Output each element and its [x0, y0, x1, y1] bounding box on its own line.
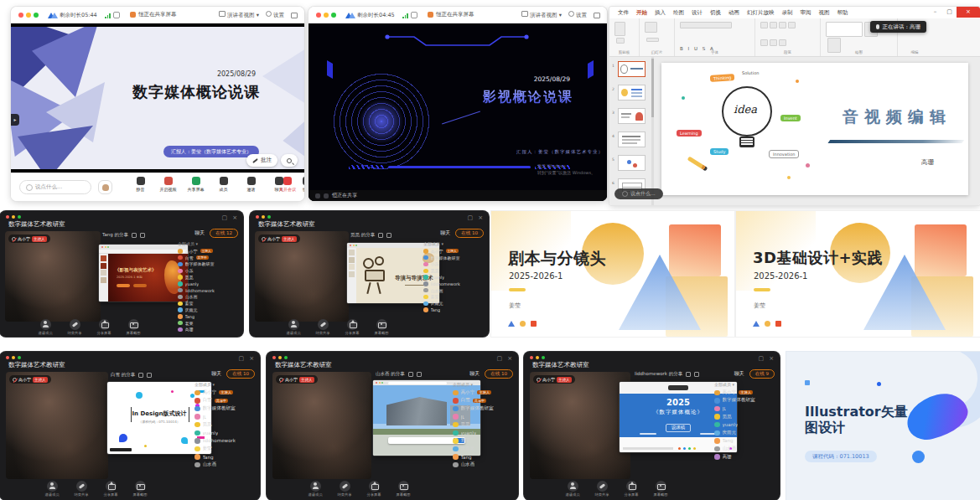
share-screen-button[interactable]: 分享屏幕 — [342, 319, 362, 336]
members-header[interactable]: 全部成员 ▾ — [189, 379, 260, 389]
member-row[interactable]: 姜莹 — [418, 294, 489, 301]
download-icon[interactable] — [132, 233, 137, 238]
member-row[interactable]: Tang — [418, 307, 489, 313]
online-count-button[interactable]: 在线 9 — [749, 369, 775, 379]
member-row[interactable]: 山水画 — [173, 294, 243, 301]
member-row[interactable]: liddhomework — [173, 287, 243, 294]
member-row[interactable]: yuanly — [189, 429, 260, 437]
ribbon-group-font[interactable]: B I U S A 字体 — [675, 18, 755, 56]
screenshot-button[interactable]: 屏幕截图 — [130, 481, 150, 497]
member-row[interactable]: 山水画 — [189, 461, 260, 469]
fullscreen-icon[interactable] — [147, 373, 152, 378]
members-header[interactable]: 全部成员 ▾ — [448, 379, 518, 389]
share-screen-button[interactable]: 分享屏幕 — [94, 319, 114, 336]
traffic-lights[interactable] — [256, 215, 271, 219]
screenshot-button[interactable]: 屏幕截图 — [393, 481, 413, 497]
member-row[interactable]: 姜莹 — [448, 437, 518, 446]
maximize-button[interactable]: ▢ — [942, 7, 957, 18]
download-icon[interactable] — [138, 373, 143, 378]
traffic-lights[interactable] — [272, 356, 288, 359]
toolbar-button[interactable]: 静音 — [128, 177, 153, 192]
view-mode-button[interactable]: 演讲者视图 ▾ — [219, 11, 259, 19]
annotate-button[interactable]: 批注 — [246, 154, 277, 167]
fullscreen-icon[interactable] — [694, 372, 699, 377]
member-row[interactable]: 觅觅 — [173, 274, 243, 281]
member-row[interactable]: 白雪 共享中 — [173, 255, 243, 261]
screenshot-button[interactable]: 屏幕截图 — [651, 481, 671, 497]
download-icon[interactable] — [408, 372, 413, 377]
end-share-button[interactable]: 结束共享 — [592, 481, 612, 497]
chat-button[interactable]: 聊天 — [469, 370, 480, 378]
member-row[interactable]: 数字媒体教研室 — [418, 255, 489, 261]
share-screen-button[interactable]: 分享屏幕 — [101, 481, 121, 497]
end-share-button[interactable]: 结束共享 — [334, 481, 355, 497]
screenshot-button[interactable]: 屏幕截图 — [371, 319, 391, 336]
member-row[interactable]: 数字媒体教研室 — [173, 261, 243, 268]
fullscreen-icon[interactable] — [594, 13, 600, 18]
download-icon[interactable] — [378, 233, 383, 238]
toolbar-button[interactable]: 邀请 — [239, 177, 263, 192]
member-row[interactable]: yuanly — [418, 274, 489, 281]
online-count-button[interactable]: 在线 10 — [455, 229, 484, 238]
member-row[interactable]: 老菜 — [173, 320, 243, 327]
invite-button[interactable]: 邀请成员 — [35, 319, 55, 336]
fullscreen-icon[interactable] — [417, 372, 422, 377]
members-header[interactable]: 全部成员 ▾ — [418, 238, 489, 248]
tab-insert[interactable]: 插入 — [655, 9, 666, 17]
member-row[interactable]: JL — [189, 413, 260, 421]
member-row[interactable]: 小乐 — [173, 267, 243, 274]
member-row[interactable]: 高小宁 主持人 — [173, 248, 243, 255]
popout-icon[interactable] — [411, 12, 417, 18]
chat-overlay[interactable]: 说点什么... — [614, 188, 663, 199]
toolbar-button[interactable]: 共享屏幕 — [184, 177, 208, 192]
member-row[interactable]: 高珊 — [709, 453, 780, 461]
end-share-button[interactable]: 结束共享 — [71, 481, 91, 497]
settings-button[interactable]: 设置 — [568, 11, 587, 19]
chat-button[interactable]: 聊天 — [440, 229, 450, 237]
member-row[interactable]: yuanly — [709, 420, 780, 429]
member-row[interactable]: 数字媒体教研室 — [189, 405, 260, 413]
member-row[interactable]: 高珊 — [173, 327, 243, 333]
tab-transitions[interactable]: 切换 — [710, 9, 721, 17]
window-controls[interactable]: ▢× — [222, 214, 238, 221]
online-count-button[interactable]: 在线 10 — [485, 369, 513, 379]
sharing-tab[interactable]: 恒正在共享屏幕 — [130, 11, 177, 18]
slide-thumbnail-1[interactable] — [618, 61, 646, 77]
member-row[interactable]: 庆雨元 — [448, 445, 518, 453]
leave-meeting-button[interactable]: 离开会议 — [279, 177, 296, 192]
download-icon[interactable] — [686, 372, 691, 377]
traffic-lights[interactable] — [18, 13, 39, 18]
member-row[interactable]: 觅觅 — [418, 267, 489, 274]
video-tile[interactable]: 高小宁主持人 — [272, 372, 371, 479]
traffic-lights[interactable] — [6, 215, 21, 219]
invite-button[interactable]: 邀请成员 — [305, 481, 325, 497]
member-row[interactable]: JL — [709, 405, 780, 413]
chat-input[interactable]: 说点什么... — [19, 180, 91, 194]
mic-icon[interactable] — [315, 193, 320, 198]
member-row[interactable]: JL — [448, 413, 518, 421]
member-row[interactable]: 高小宁 主持人 — [418, 248, 489, 255]
slide-thumbnail-4[interactable] — [618, 131, 646, 147]
slide-thumbnail-5[interactable] — [618, 155, 646, 171]
member-row[interactable]: Tang — [189, 453, 260, 461]
tab-view[interactable]: 视图 — [819, 9, 830, 17]
online-count-button[interactable]: 在线 10 — [226, 369, 255, 379]
member-row[interactable]: 庆雨元 — [709, 429, 780, 437]
member-row[interactable]: 姜莹 — [189, 445, 260, 453]
video-tile[interactable]: 高小宁主持人 — [6, 372, 108, 479]
tab-slideshow[interactable]: 幻灯片放映 — [747, 9, 775, 17]
toolbar-button[interactable]: 成员 — [211, 177, 236, 192]
traffic-lights[interactable] — [530, 356, 545, 359]
settings-button[interactable]: 设置 — [266, 11, 284, 19]
video-tile[interactable]: 高小宁主持人 — [255, 231, 349, 322]
member-row[interactable]: 觅觅 — [189, 420, 260, 429]
member-row[interactable]: 高小宁 主持人 — [709, 389, 780, 397]
member-row[interactable]: 白雪 共享中 — [189, 397, 260, 405]
ribbon-group-paragraph[interactable]: 段落 — [755, 18, 821, 56]
window-controls[interactable]: ▢× — [759, 355, 775, 362]
chat-button[interactable]: 聊天 — [734, 370, 744, 378]
online-count-button[interactable]: 在线 12 — [210, 229, 238, 238]
tab-help[interactable]: 帮助 — [837, 9, 848, 17]
ribbon-group-clipboard[interactable]: 剪贴板 — [609, 18, 640, 56]
invite-button[interactable]: 邀请成员 — [563, 481, 583, 497]
